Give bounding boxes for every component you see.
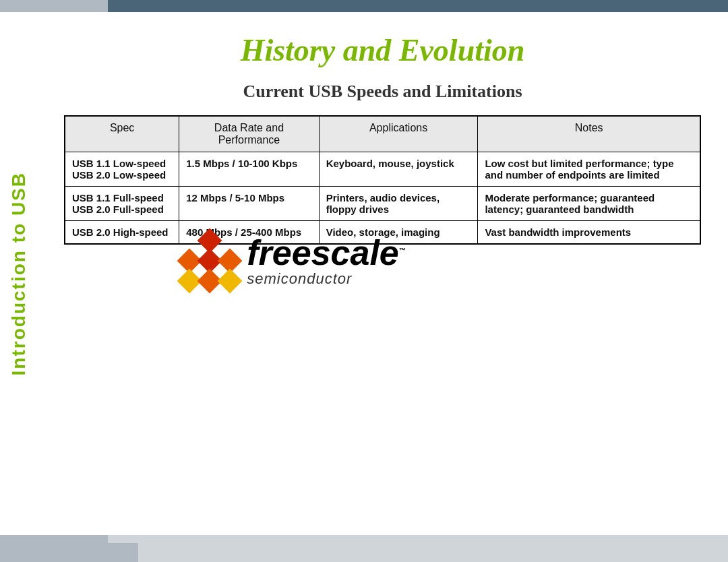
- diamond-orange-right: [218, 249, 243, 274]
- top-bar-left: [0, 0, 108, 12]
- table-body: USB 1.1 Low-speedUSB 2.0 Low-speed 1.5 M…: [65, 152, 700, 245]
- table-row: USB 2.0 High-speed 480 Mbps / 25-400 Mbp…: [65, 221, 700, 245]
- main-content: History and Evolution Current USB Speeds…: [37, 12, 728, 535]
- table-header-row: Spec Data Rate and Performance Applicati…: [65, 116, 700, 152]
- cell-notes-1: Moderate performance; guaranteed latency…: [478, 187, 700, 221]
- cell-notes-0: Low cost but limited performance; type a…: [478, 152, 700, 187]
- table-row: USB 1.1 Full-speedUSB 2.0 Full-speed 12 …: [65, 187, 700, 221]
- semiconductor-label: semiconductor: [247, 270, 406, 288]
- sidebar-label: Introduction to USB: [0, 12, 37, 535]
- diamond-yellow-right: [218, 269, 243, 294]
- diamond-yellow-left: [177, 269, 202, 294]
- diamond-orange-left: [177, 249, 202, 274]
- top-bar: [0, 0, 728, 12]
- bottom-tab: [98, 543, 138, 562]
- cell-apps-0: Keyboard, mouse, joystick: [319, 152, 478, 187]
- subtitle: Current USB Speeds and Limitations: [243, 82, 522, 102]
- col-header-data: Data Rate and Performance: [179, 116, 319, 152]
- cell-apps-2: Video, storage, imaging: [319, 221, 478, 245]
- top-bar-right: [108, 0, 728, 12]
- cell-spec-0: USB 1.1 Low-speedUSB 2.0 Low-speed: [65, 152, 179, 187]
- cell-data-2: 480 Mbps / 25-400 Mbps: [179, 221, 319, 245]
- cell-spec-1: USB 1.1 Full-speedUSB 2.0 Full-speed: [65, 187, 179, 221]
- cell-data-1: 12 Mbps / 5-10 Mbps: [179, 187, 319, 221]
- cell-notes-2: Vast bandwidth improvements: [478, 221, 700, 245]
- bottom-bar: [0, 535, 728, 562]
- cell-data-0: 1.5 Mbps / 10-100 Kbps: [179, 152, 319, 187]
- page-title: History and Evolution: [241, 32, 525, 68]
- diamond-orange-bottom: [198, 269, 222, 294]
- bottom-bar-right: [108, 535, 728, 562]
- col-header-apps: Applications: [319, 116, 478, 152]
- col-header-spec: Spec: [65, 116, 179, 152]
- col-header-notes: Notes: [478, 116, 700, 152]
- table-row: USB 1.1 Low-speedUSB 2.0 Low-speed 1.5 M…: [65, 152, 700, 187]
- sidebar-label-text: Introduction to USB: [8, 172, 30, 375]
- usb-table: Spec Data Rate and Performance Applicati…: [64, 115, 701, 245]
- diamond-red-center: [198, 249, 222, 274]
- cell-apps-1: Printers, audio devices, floppy drives: [319, 187, 478, 221]
- cell-spec-2: USB 2.0 High-speed: [65, 221, 179, 245]
- bottom-bar-left: [0, 535, 108, 562]
